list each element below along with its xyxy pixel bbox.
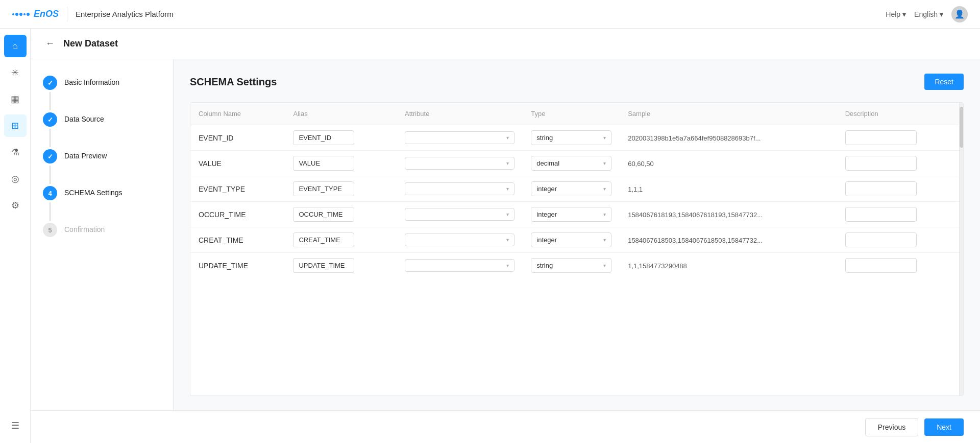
cell-type: string ▾ bbox=[523, 125, 620, 151]
sidebar-item-settings[interactable]: ⚙ bbox=[4, 194, 27, 217]
attribute-select-value[interactable]: ▾ bbox=[405, 157, 514, 170]
cell-description bbox=[837, 227, 963, 253]
back-button[interactable]: ← bbox=[43, 37, 57, 51]
type-select-event-type[interactable]: integer ▾ bbox=[531, 181, 611, 196]
next-button[interactable]: Next bbox=[924, 418, 964, 436]
step-4-right: SCHEMA Settings bbox=[64, 186, 122, 223]
cell-alias bbox=[285, 202, 397, 227]
lang-label: English bbox=[914, 10, 938, 18]
logo-dot-5 bbox=[27, 13, 30, 16]
step-3-circle: ✓ bbox=[43, 149, 57, 164]
sidebar-item-lab[interactable]: ⚗ bbox=[4, 141, 27, 164]
sample-value: 60,60,50 bbox=[628, 160, 654, 168]
cell-sample: 1584067618193,1584067618193,15847732... bbox=[620, 202, 837, 227]
type-value: integer bbox=[536, 236, 557, 244]
step-2-right: Data Source bbox=[64, 112, 104, 149]
type-select-creat-time[interactable]: integer ▾ bbox=[531, 232, 611, 247]
description-input-event-type[interactable] bbox=[845, 181, 917, 196]
nav-divider bbox=[67, 7, 67, 21]
type-select-occur-time[interactable]: integer ▾ bbox=[531, 207, 611, 222]
page-header: ← New Dataset bbox=[31, 29, 980, 59]
scrollbar-thumb bbox=[960, 107, 964, 148]
settings-icon: ⚙ bbox=[11, 200, 19, 211]
col-header-column-name: Column Name bbox=[190, 103, 285, 125]
table-row: VALUE ▾ bbox=[190, 151, 963, 176]
col-header-type: Type bbox=[523, 103, 620, 125]
cell-column-name: UPDATE_TIME bbox=[190, 253, 285, 278]
chevron-down-icon: ▾ bbox=[506, 237, 509, 243]
type-select-update-time[interactable]: string ▾ bbox=[531, 258, 611, 273]
alias-input-occur-time[interactable] bbox=[293, 207, 354, 222]
attribute-select-update-time[interactable]: ▾ bbox=[405, 259, 514, 272]
chevron-down-icon: ▾ bbox=[603, 237, 606, 243]
user-avatar[interactable]: 👤 bbox=[951, 6, 968, 22]
type-select-event-id[interactable]: string ▾ bbox=[531, 130, 611, 145]
sidebar-item-analytics[interactable]: ✳ bbox=[4, 61, 27, 84]
description-input-event-id[interactable] bbox=[845, 130, 917, 145]
step-5-right: Confirmation bbox=[64, 223, 105, 250]
help-label: Help bbox=[886, 10, 900, 18]
type-select-value[interactable]: decimal ▾ bbox=[531, 156, 611, 171]
cell-sample: 1,1,1 bbox=[620, 176, 837, 202]
lang-chevron-icon: ▾ bbox=[940, 10, 943, 18]
cell-column-name: VALUE bbox=[190, 151, 285, 176]
topnav-right: Help ▾ English ▾ 👤 bbox=[886, 6, 968, 22]
reset-button[interactable]: Reset bbox=[924, 74, 964, 90]
alias-input-value[interactable] bbox=[293, 156, 354, 171]
description-input-value[interactable] bbox=[845, 156, 917, 171]
wizard-steps-list: ✓ Basic Information ✓ bbox=[43, 76, 161, 250]
sidebar-item-dataset[interactable]: ⊞ bbox=[4, 114, 27, 137]
alias-input-event-id[interactable] bbox=[293, 130, 354, 145]
chevron-down-icon: ▾ bbox=[603, 135, 606, 141]
schema-title: SCHEMA Settings bbox=[190, 76, 277, 88]
cell-sample: 1584067618503,1584067618503,15847732... bbox=[620, 227, 837, 253]
cell-column-name: CREAT_TIME bbox=[190, 227, 285, 253]
cell-attribute: ▾ bbox=[397, 202, 523, 227]
schema-table-header: Column Name Alias Attribute Type Sample … bbox=[190, 103, 963, 125]
language-dropdown[interactable]: English ▾ bbox=[914, 10, 943, 18]
sidebar-item-dashboard[interactable]: ▦ bbox=[4, 88, 27, 110]
step-3-line bbox=[50, 166, 51, 184]
header-row: Column Name Alias Attribute Type Sample … bbox=[190, 103, 963, 125]
table-scrollbar[interactable] bbox=[959, 103, 963, 395]
attribute-select-occur-time[interactable]: ▾ bbox=[405, 208, 514, 221]
step-1-label: Basic Information bbox=[64, 76, 119, 86]
description-input-update-time[interactable] bbox=[845, 258, 917, 273]
alias-input-event-type[interactable] bbox=[293, 181, 354, 196]
logo-area: EnOS bbox=[12, 9, 59, 19]
sidebar-item-data[interactable]: ◎ bbox=[4, 168, 27, 190]
alias-input-creat-time[interactable] bbox=[293, 232, 354, 247]
cell-type: integer ▾ bbox=[523, 227, 620, 253]
help-dropdown[interactable]: Help ▾ bbox=[886, 10, 906, 18]
previous-button[interactable]: Previous bbox=[865, 418, 918, 436]
attribute-select-event-id[interactable]: ▾ bbox=[405, 131, 514, 144]
cell-description bbox=[837, 253, 963, 278]
dashboard-icon: ▦ bbox=[11, 94, 19, 105]
description-input-creat-time[interactable] bbox=[845, 232, 917, 247]
sidebar-item-menu[interactable]: ☰ bbox=[4, 414, 27, 437]
menu-icon: ☰ bbox=[11, 420, 19, 431]
chevron-down-icon: ▾ bbox=[603, 212, 606, 217]
chevron-down-icon: ▾ bbox=[506, 263, 509, 268]
cell-sample: 2020031398b1e5a7a664fef9508828693b7f... bbox=[620, 125, 837, 151]
schema-table: Column Name Alias Attribute Type Sample … bbox=[190, 103, 963, 278]
cell-column-name: EVENT_ID bbox=[190, 125, 285, 151]
cell-attribute: ▾ bbox=[397, 176, 523, 202]
cell-sample: 1,1,1584773290488 bbox=[620, 253, 837, 278]
type-value: integer bbox=[536, 185, 557, 193]
description-input-occur-time[interactable] bbox=[845, 207, 917, 222]
cell-type: decimal ▾ bbox=[523, 151, 620, 176]
cell-alias bbox=[285, 151, 397, 176]
step-2-line bbox=[50, 129, 51, 147]
logo-dot-2 bbox=[15, 13, 18, 16]
sidebar-item-home[interactable]: ⌂ bbox=[4, 35, 27, 57]
attribute-select-creat-time[interactable]: ▾ bbox=[405, 234, 514, 246]
cell-attribute: ▾ bbox=[397, 227, 523, 253]
step-4-label: SCHEMA Settings bbox=[64, 186, 122, 197]
schema-panel: SCHEMA Settings Reset Column Name Alias … bbox=[174, 59, 980, 410]
step-1-left: ✓ bbox=[43, 76, 57, 112]
schema-table-wrapper: Column Name Alias Attribute Type Sample … bbox=[190, 102, 964, 396]
wizard-step-3: ✓ Data Preview bbox=[43, 149, 161, 186]
attribute-select-event-type[interactable]: ▾ bbox=[405, 182, 514, 195]
alias-input-update-time[interactable] bbox=[293, 258, 354, 273]
